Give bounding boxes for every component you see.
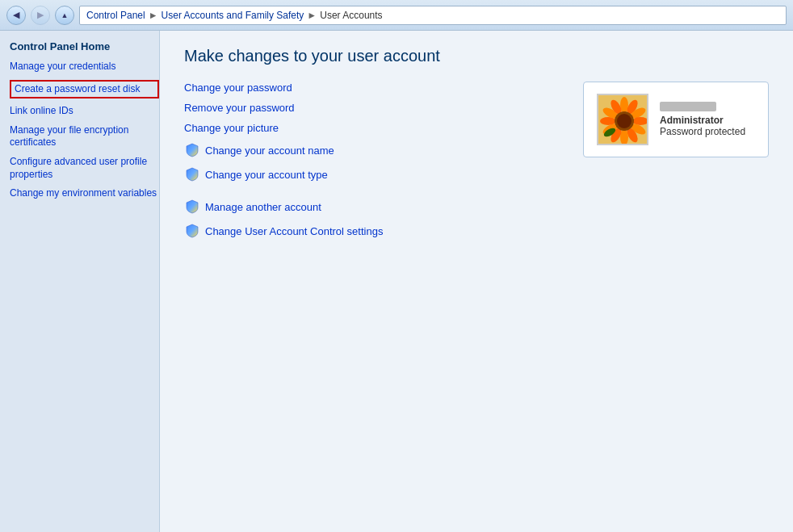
breadcrumb-bar: Control Panel ► User Accounts and Family…	[79, 6, 787, 25]
window: Control Panel Home Manage your credentia…	[0, 31, 793, 532]
sidebar-title: Control Panel Home	[10, 40, 159, 52]
content-area: Control Panel Home Manage your credentia…	[0, 31, 793, 532]
manage-another-account-label: Manage another account	[205, 201, 321, 213]
change-picture-link[interactable]: Change your picture	[184, 122, 559, 134]
shield-icon-account-type	[184, 166, 200, 182]
breadcrumb-control-panel[interactable]: Control Panel	[86, 10, 145, 21]
user-info: Administrator Password protected	[660, 102, 745, 137]
change-account-type-label: Change your account type	[205, 169, 328, 181]
breadcrumb-sep-1: ►	[149, 10, 158, 21]
breadcrumb-user-accounts-family[interactable]: User Accounts and Family Safety	[162, 10, 304, 21]
change-account-name-link[interactable]: Change your account name	[184, 142, 559, 158]
user-avatar	[597, 94, 648, 145]
main-panel: Make changes to your user account Change…	[160, 31, 793, 532]
change-uac-settings-label: Change User Account Control settings	[205, 225, 383, 237]
remove-password-label: Remove your password	[184, 102, 295, 114]
change-account-name-label: Change your account name	[205, 145, 334, 157]
user-name-blurred	[660, 102, 716, 111]
sidebar-link-configure-profile[interactable]: Configure advanced user profile properti…	[10, 156, 159, 181]
bottom-links-section: Manage another account	[184, 199, 559, 239]
change-password-link[interactable]: Change your password	[184, 82, 559, 94]
sidebar-link-change-env-vars[interactable]: Change my environment variables	[10, 187, 159, 200]
sidebar-link-manage-credentials[interactable]: Manage your credentials	[10, 61, 159, 73]
breadcrumb-sep-2: ►	[307, 10, 317, 21]
user-status: Password protected	[660, 126, 745, 137]
sidebar: Control Panel Home Manage your credentia…	[0, 31, 160, 532]
change-password-label: Change your password	[184, 82, 292, 94]
address-bar: ◀ ▶ ▲ Control Panel ► User Accounts and …	[0, 0, 793, 31]
user-card: Administrator Password protected	[583, 82, 769, 157]
links-column: Change your password Remove your passwor…	[184, 82, 559, 247]
sidebar-link-manage-file-encryption[interactable]: Manage your file encryption certificates	[10, 124, 159, 149]
two-col-layout: Change your password Remove your passwor…	[184, 82, 769, 247]
change-uac-settings-link[interactable]: Change User Account Control settings	[184, 223, 559, 239]
manage-another-account-link[interactable]: Manage another account	[184, 199, 559, 215]
sidebar-link-create-password-reset[interactable]: Create a password reset disk	[10, 80, 159, 99]
change-account-type-link[interactable]: Change your account type	[184, 166, 559, 182]
user-role: Administrator	[660, 115, 745, 126]
back-button[interactable]: ◀	[6, 6, 26, 25]
page-title: Make changes to your user account	[184, 47, 769, 65]
breadcrumb-user-accounts: User Accounts	[320, 10, 382, 21]
shield-icon-uac	[184, 223, 200, 239]
user-avatar-img	[598, 95, 648, 145]
remove-password-link[interactable]: Remove your password	[184, 102, 559, 114]
change-picture-label: Change your picture	[184, 122, 279, 134]
shield-icon-manage-account	[184, 199, 200, 215]
svg-point-14	[617, 114, 631, 128]
up-button[interactable]: ▲	[55, 6, 74, 25]
sidebar-link-link-online-ids[interactable]: Link online IDs	[10, 105, 159, 118]
forward-button[interactable]: ▶	[31, 6, 50, 25]
shield-icon-account-name	[184, 142, 200, 158]
